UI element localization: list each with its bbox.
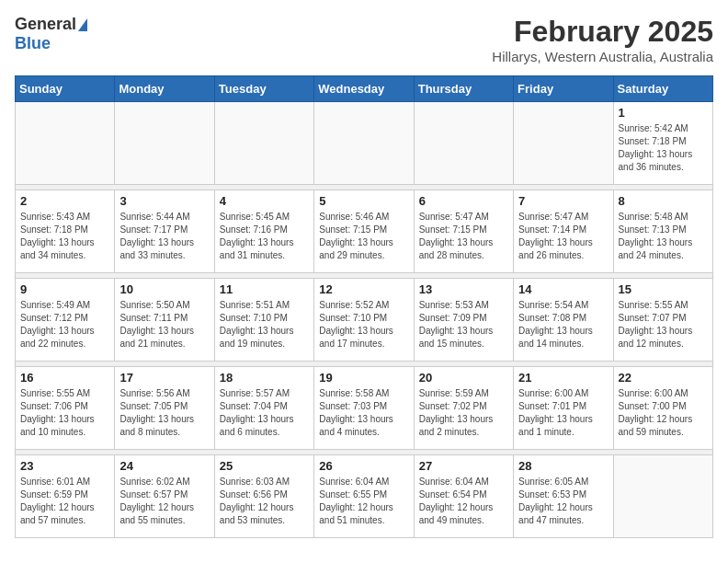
day-number: 5 xyxy=(319,194,408,208)
day-info: Sunrise: 5:55 AM Sunset: 7:06 PM Dayligh… xyxy=(20,387,109,439)
calendar-cell: 16Sunrise: 5:55 AM Sunset: 7:06 PM Dayli… xyxy=(16,367,115,450)
calendar-cell: 19Sunrise: 5:58 AM Sunset: 7:03 PM Dayli… xyxy=(314,367,414,450)
day-info: Sunrise: 5:42 AM Sunset: 7:18 PM Dayligh… xyxy=(619,122,708,174)
day-number: 8 xyxy=(619,194,708,208)
calendar-cell xyxy=(314,102,414,185)
calendar-week-row: 16Sunrise: 5:55 AM Sunset: 7:06 PM Dayli… xyxy=(16,367,713,450)
calendar-cell: 2Sunrise: 5:43 AM Sunset: 7:18 PM Daylig… xyxy=(16,190,115,273)
header: General Blue February 2025 Hillarys, Wes… xyxy=(15,15,713,64)
calendar-cell: 22Sunrise: 6:00 AM Sunset: 7:00 PM Dayli… xyxy=(613,367,712,450)
day-info: Sunrise: 6:04 AM Sunset: 6:54 PM Dayligh… xyxy=(419,476,508,527)
day-number: 15 xyxy=(619,282,708,296)
day-number: 10 xyxy=(119,282,209,296)
calendar-cell: 18Sunrise: 5:57 AM Sunset: 7:04 PM Dayli… xyxy=(214,367,313,450)
calendar-week-row: 2Sunrise: 5:43 AM Sunset: 7:18 PM Daylig… xyxy=(16,190,713,273)
day-number: 27 xyxy=(419,459,508,473)
day-number: 13 xyxy=(419,282,508,296)
day-number: 7 xyxy=(518,194,608,208)
calendar-week-row: 23Sunrise: 6:01 AM Sunset: 6:59 PM Dayli… xyxy=(16,455,713,538)
day-info: Sunrise: 6:01 AM Sunset: 6:59 PM Dayligh… xyxy=(20,476,109,527)
weekday-header-tuesday: Tuesday xyxy=(214,76,313,102)
calendar-cell: 13Sunrise: 5:53 AM Sunset: 7:09 PM Dayli… xyxy=(414,279,513,362)
calendar-cell: 6Sunrise: 5:47 AM Sunset: 7:15 PM Daylig… xyxy=(414,190,513,273)
day-info: Sunrise: 5:58 AM Sunset: 7:03 PM Dayligh… xyxy=(319,387,408,439)
calendar-cell xyxy=(115,102,214,185)
calendar-table: SundayMondayTuesdayWednesdayThursdayFrid… xyxy=(15,75,713,538)
logo-icon xyxy=(78,18,87,31)
calendar-cell: 4Sunrise: 5:45 AM Sunset: 7:16 PM Daylig… xyxy=(214,190,313,273)
weekday-header-saturday: Saturday xyxy=(613,76,712,102)
day-info: Sunrise: 6:00 AM Sunset: 7:01 PM Dayligh… xyxy=(518,387,608,439)
weekday-header-friday: Friday xyxy=(514,76,613,102)
day-number: 12 xyxy=(319,282,408,296)
calendar-cell: 21Sunrise: 6:00 AM Sunset: 7:01 PM Dayli… xyxy=(514,367,613,450)
day-number: 23 xyxy=(20,459,109,473)
day-info: Sunrise: 5:56 AM Sunset: 7:05 PM Dayligh… xyxy=(119,387,209,439)
calendar-cell xyxy=(16,102,115,185)
logo: General Blue xyxy=(15,15,87,53)
day-info: Sunrise: 5:51 AM Sunset: 7:10 PM Dayligh… xyxy=(220,299,309,350)
day-info: Sunrise: 5:52 AM Sunset: 7:10 PM Dayligh… xyxy=(319,299,408,350)
day-number: 6 xyxy=(419,194,508,208)
calendar-week-row: 9Sunrise: 5:49 AM Sunset: 7:12 PM Daylig… xyxy=(16,279,713,362)
weekday-header-row: SundayMondayTuesdayWednesdayThursdayFrid… xyxy=(16,76,713,102)
day-number: 22 xyxy=(619,371,708,385)
calendar-cell: 28Sunrise: 6:05 AM Sunset: 6:53 PM Dayli… xyxy=(514,455,613,538)
day-number: 1 xyxy=(619,106,708,120)
logo-blue-text: Blue xyxy=(15,34,51,52)
calendar-cell: 24Sunrise: 6:02 AM Sunset: 6:57 PM Dayli… xyxy=(115,455,214,538)
day-number: 14 xyxy=(518,282,608,296)
calendar-cell: 12Sunrise: 5:52 AM Sunset: 7:10 PM Dayli… xyxy=(314,279,414,362)
calendar-cell: 9Sunrise: 5:49 AM Sunset: 7:12 PM Daylig… xyxy=(16,279,115,362)
calendar-cell: 25Sunrise: 6:03 AM Sunset: 6:56 PM Dayli… xyxy=(214,455,313,538)
day-info: Sunrise: 5:55 AM Sunset: 7:07 PM Dayligh… xyxy=(619,299,708,350)
calendar-cell: 26Sunrise: 6:04 AM Sunset: 6:55 PM Dayli… xyxy=(314,455,414,538)
weekday-header-thursday: Thursday xyxy=(414,76,513,102)
day-number: 11 xyxy=(220,282,309,296)
calendar-cell xyxy=(414,102,513,185)
day-number: 9 xyxy=(20,282,109,296)
logo-general-text: General xyxy=(15,15,76,34)
day-info: Sunrise: 5:47 AM Sunset: 7:14 PM Dayligh… xyxy=(518,211,608,262)
day-info: Sunrise: 5:48 AM Sunset: 7:13 PM Dayligh… xyxy=(619,211,708,262)
calendar-cell: 5Sunrise: 5:46 AM Sunset: 7:15 PM Daylig… xyxy=(314,190,414,273)
weekday-header-sunday: Sunday xyxy=(16,76,115,102)
weekday-header-monday: Monday xyxy=(115,76,214,102)
day-number: 19 xyxy=(319,371,408,385)
calendar-cell: 11Sunrise: 5:51 AM Sunset: 7:10 PM Dayli… xyxy=(214,279,313,362)
day-info: Sunrise: 6:02 AM Sunset: 6:57 PM Dayligh… xyxy=(119,476,209,527)
day-number: 20 xyxy=(419,371,508,385)
day-info: Sunrise: 5:53 AM Sunset: 7:09 PM Dayligh… xyxy=(419,299,508,350)
day-number: 4 xyxy=(220,194,309,208)
day-info: Sunrise: 5:54 AM Sunset: 7:08 PM Dayligh… xyxy=(518,299,608,350)
calendar-week-row: 1Sunrise: 5:42 AM Sunset: 7:18 PM Daylig… xyxy=(16,102,713,185)
day-number: 16 xyxy=(20,371,109,385)
day-info: Sunrise: 5:49 AM Sunset: 7:12 PM Dayligh… xyxy=(20,299,109,350)
day-number: 18 xyxy=(220,371,309,385)
day-info: Sunrise: 5:59 AM Sunset: 7:02 PM Dayligh… xyxy=(419,387,508,439)
calendar-cell xyxy=(214,102,313,185)
calendar-cell: 27Sunrise: 6:04 AM Sunset: 6:54 PM Dayli… xyxy=(414,455,513,538)
day-number: 24 xyxy=(119,459,209,473)
day-number: 2 xyxy=(20,194,109,208)
day-info: Sunrise: 5:57 AM Sunset: 7:04 PM Dayligh… xyxy=(220,387,309,439)
day-info: Sunrise: 6:05 AM Sunset: 6:53 PM Dayligh… xyxy=(518,476,608,527)
calendar-cell: 7Sunrise: 5:47 AM Sunset: 7:14 PM Daylig… xyxy=(514,190,613,273)
day-number: 17 xyxy=(119,371,209,385)
calendar-cell: 20Sunrise: 5:59 AM Sunset: 7:02 PM Dayli… xyxy=(414,367,513,450)
calendar-cell: 1Sunrise: 5:42 AM Sunset: 7:18 PM Daylig… xyxy=(613,102,712,185)
day-info: Sunrise: 5:46 AM Sunset: 7:15 PM Dayligh… xyxy=(319,211,408,262)
day-info: Sunrise: 5:50 AM Sunset: 7:11 PM Dayligh… xyxy=(119,299,209,350)
calendar-cell: 23Sunrise: 6:01 AM Sunset: 6:59 PM Dayli… xyxy=(16,455,115,538)
day-number: 3 xyxy=(119,194,209,208)
calendar-cell: 14Sunrise: 5:54 AM Sunset: 7:08 PM Dayli… xyxy=(514,279,613,362)
calendar-cell xyxy=(514,102,613,185)
title-area: February 2025 Hillarys, Western Australi… xyxy=(492,15,713,64)
month-title: February 2025 xyxy=(492,15,713,49)
calendar-cell: 17Sunrise: 5:56 AM Sunset: 7:05 PM Dayli… xyxy=(115,367,214,450)
day-number: 28 xyxy=(518,459,608,473)
day-info: Sunrise: 6:00 AM Sunset: 7:00 PM Dayligh… xyxy=(619,387,708,439)
calendar-cell: 8Sunrise: 5:48 AM Sunset: 7:13 PM Daylig… xyxy=(613,190,712,273)
calendar-cell: 10Sunrise: 5:50 AM Sunset: 7:11 PM Dayli… xyxy=(115,279,214,362)
calendar-cell: 3Sunrise: 5:44 AM Sunset: 7:17 PM Daylig… xyxy=(115,190,214,273)
